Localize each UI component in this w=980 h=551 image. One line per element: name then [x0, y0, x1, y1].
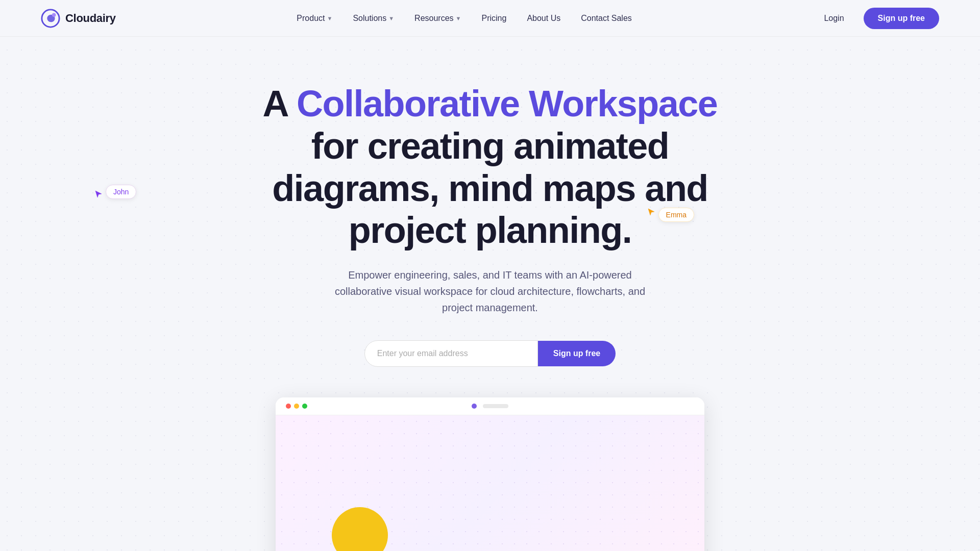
hero-subtitle: Empower engineering, sales, and IT teams…: [332, 267, 648, 316]
preview-canvas: [276, 415, 704, 551]
cursor-john-label: John: [106, 185, 136, 199]
logo-text: Cloudairy: [65, 12, 116, 25]
preview-titlebar: [276, 397, 704, 415]
login-button[interactable]: Login: [813, 9, 855, 28]
hero-title: A Collaborative Workspace for creating a…: [260, 83, 720, 252]
product-chevron-icon: ▼: [327, 15, 332, 21]
nav-item-about[interactable]: About Us: [519, 10, 569, 27]
titlebar-tab-line: [483, 404, 508, 408]
hero-title-highlight: Collaborative Workspace: [297, 83, 717, 124]
logo-icon: [41, 9, 60, 28]
nav-links: Product ▼ Solutions ▼ Resources ▼ Pricin…: [288, 10, 640, 27]
email-input[interactable]: [364, 340, 538, 367]
dot-green: [302, 404, 307, 409]
cursor-emma-label: Emma: [658, 208, 694, 222]
nav-item-pricing[interactable]: Pricing: [473, 10, 514, 27]
titlebar-dots: [286, 404, 307, 409]
nav-actions: Login Sign up free: [813, 8, 939, 29]
cursor-john: John: [94, 185, 136, 199]
nav-item-solutions[interactable]: Solutions ▼: [345, 10, 402, 27]
titlebar-pills: [472, 404, 508, 409]
hero-title-part2: for creating animated diagrams, mind map…: [272, 126, 708, 251]
cursor-emma: Emma: [647, 208, 694, 222]
navigation: Cloudairy Product ▼ Solutions ▼ Resource…: [0, 0, 980, 37]
hero-email-form: Sign up free: [20, 340, 960, 367]
solutions-chevron-icon: ▼: [388, 15, 394, 21]
preview-window: [276, 397, 704, 551]
logo-link[interactable]: Cloudairy: [41, 9, 116, 28]
cursor-john-arrow-icon: [94, 190, 104, 199]
hero-title-part1: A: [263, 83, 297, 124]
nav-contact-label: Contact Sales: [581, 14, 632, 23]
resources-chevron-icon: ▼: [456, 15, 461, 21]
dot-yellow: [294, 404, 299, 409]
titlebar-active-tab-dot: [472, 404, 477, 409]
canvas-circle-shape: [332, 507, 388, 551]
nav-product-label: Product: [297, 14, 325, 23]
hero-section: John Emma A Collaborative Workspace for …: [0, 37, 980, 551]
nav-item-resources[interactable]: Resources ▼: [406, 10, 469, 27]
signup-hero-button[interactable]: Sign up free: [538, 341, 616, 366]
signup-nav-button[interactable]: Sign up free: [864, 8, 939, 29]
nav-resources-label: Resources: [414, 14, 453, 23]
nav-item-contact[interactable]: Contact Sales: [573, 10, 640, 27]
nav-item-product[interactable]: Product ▼: [288, 10, 340, 27]
dot-red: [286, 404, 291, 409]
nav-solutions-label: Solutions: [353, 14, 386, 23]
svg-point-1: [52, 13, 56, 17]
nav-pricing-label: Pricing: [481, 14, 506, 23]
hero-content: A Collaborative Workspace for creating a…: [0, 37, 980, 551]
nav-about-label: About Us: [527, 14, 560, 23]
cursor-emma-arrow-icon: [647, 208, 656, 217]
